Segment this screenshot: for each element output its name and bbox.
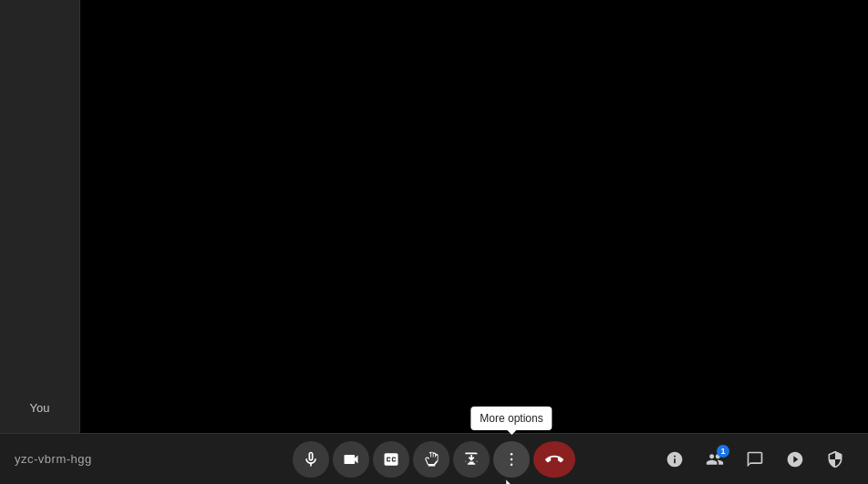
chat-icon	[746, 450, 764, 469]
info-icon	[666, 450, 684, 469]
cursor-icon	[506, 479, 517, 485]
participant-label: You	[30, 401, 50, 415]
present-icon	[462, 450, 480, 469]
controls-center: More options	[293, 441, 575, 478]
bottom-bar: yzc-vbrm-hgg	[0, 433, 868, 484]
activities-button[interactable]	[777, 441, 813, 478]
safety-icon	[826, 450, 844, 469]
end-call-icon	[545, 450, 563, 469]
more-options-button[interactable]: More options	[493, 441, 530, 478]
safety-button[interactable]	[817, 441, 853, 478]
video-area	[80, 0, 868, 433]
meeting-code: yzc-vbrm-hgg	[15, 452, 92, 466]
svg-point-2	[511, 463, 513, 466]
captions-icon	[382, 450, 400, 469]
participants-button[interactable]: 1	[697, 441, 733, 478]
camera-button[interactable]	[333, 441, 369, 478]
raise-hand-icon	[422, 450, 440, 469]
participants-badge: 1	[717, 445, 729, 458]
main-container: You	[0, 0, 868, 433]
info-button[interactable]	[656, 441, 693, 478]
captions-button[interactable]	[373, 441, 409, 478]
raise-hand-button[interactable]	[413, 441, 450, 478]
chat-button[interactable]	[737, 441, 773, 478]
svg-point-0	[511, 452, 513, 455]
microphone-button[interactable]	[293, 441, 329, 478]
right-controls: 1	[656, 441, 853, 478]
microphone-icon	[302, 450, 320, 469]
camera-icon	[342, 450, 360, 469]
present-button[interactable]	[453, 441, 490, 478]
activities-icon	[786, 450, 804, 469]
left-sidebar: You	[0, 0, 80, 433]
more-options-icon	[502, 450, 521, 469]
end-call-button[interactable]	[533, 441, 575, 478]
svg-point-1	[511, 458, 513, 460]
